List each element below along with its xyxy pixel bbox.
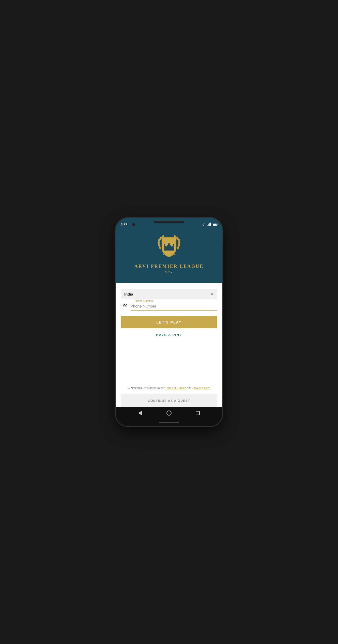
guest-section: CONTINUE AS A GUEST xyxy=(121,394,217,407)
phone-input-section: Phone Number +91 xyxy=(121,299,217,311)
app-header: ARVI PREMIER LEAGUE APL xyxy=(116,228,222,283)
camera xyxy=(132,223,135,226)
nav-back-button[interactable] xyxy=(137,410,143,416)
phone-input-row: +91 xyxy=(121,303,217,311)
spacer xyxy=(121,342,217,382)
svg-point-21 xyxy=(168,243,170,244)
phone-input-wrapper xyxy=(131,304,217,311)
back-icon xyxy=(138,411,142,416)
phone-screen: 3:22 xyxy=(116,218,222,426)
logo-shield xyxy=(156,233,182,261)
terms-section: By signing in, you agree to our Terms of… xyxy=(121,382,217,394)
app-content: India ▼ Phone Number +91 LET'S PLAY HAVE… xyxy=(116,283,222,407)
terms-conjunction: and xyxy=(187,386,192,389)
signal-icon xyxy=(207,223,211,226)
svg-point-22 xyxy=(173,244,174,245)
terms-text: By signing in, you agree to our Terms of… xyxy=(123,386,215,390)
nav-bar xyxy=(116,407,222,421)
svg-rect-4 xyxy=(210,223,211,226)
svg-rect-3 xyxy=(209,223,210,226)
terms-prefix: By signing in, you agree to our xyxy=(127,386,165,389)
svg-rect-19 xyxy=(164,249,174,251)
svg-rect-2 xyxy=(208,224,209,226)
nav-recent-button[interactable] xyxy=(195,410,201,416)
recent-apps-icon xyxy=(196,411,200,415)
have-pin-button[interactable]: HAVE A PIN? xyxy=(121,333,217,337)
status-bar: 3:22 xyxy=(116,218,222,228)
country-selector[interactable]: India ▼ xyxy=(121,289,217,299)
phone-label: Phone Number xyxy=(134,299,217,302)
status-time: 3:22 xyxy=(121,222,127,226)
battery-icon xyxy=(213,223,217,226)
status-icons xyxy=(202,223,217,226)
nav-home-button[interactable] xyxy=(166,410,172,416)
app-title: ARVI PREMIER LEAGUE xyxy=(134,264,204,269)
privacy-policy-link[interactable]: Privacy Policy xyxy=(192,386,210,389)
wifi-icon xyxy=(202,223,206,226)
country-name: India xyxy=(124,292,133,296)
svg-rect-1 xyxy=(207,225,208,226)
svg-marker-0 xyxy=(203,225,205,226)
country-code: +91 xyxy=(121,303,128,311)
phone-frame: 3:22 xyxy=(116,218,222,426)
continue-as-guest-button[interactable]: CONTINUE AS A GUEST xyxy=(148,399,190,403)
chevron-down-icon: ▼ xyxy=(210,292,214,296)
terms-suffix: . xyxy=(210,386,211,389)
lets-play-button[interactable]: LET'S PLAY xyxy=(121,316,217,328)
phone-number-input[interactable] xyxy=(131,304,217,308)
svg-point-20 xyxy=(164,244,165,245)
bottom-indicator xyxy=(159,422,179,423)
bottom-bar xyxy=(116,421,222,426)
logo-container: ARVI PREMIER LEAGUE APL xyxy=(134,233,204,273)
terms-of-service-link[interactable]: Terms of Service xyxy=(165,386,186,389)
home-icon xyxy=(166,411,172,416)
app-subtitle: APL xyxy=(165,270,173,273)
